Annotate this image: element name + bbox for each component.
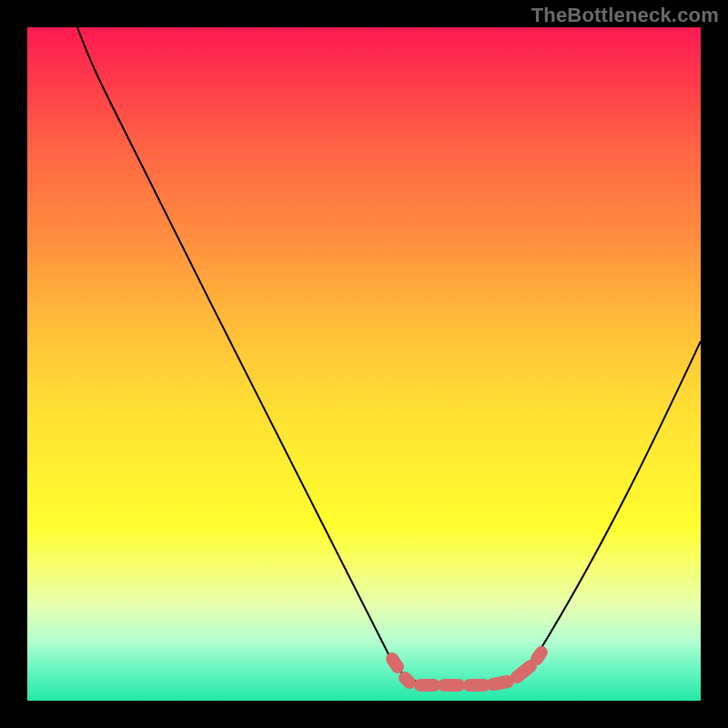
bottleneck-curve [77,27,701,685]
highlight-seg-5 [493,682,508,684]
chart-frame: TheBottleneck.com [0,0,728,728]
highlight-seg-1 [405,678,410,682]
highlight-group [392,652,541,685]
highlight-seg-6 [517,666,531,677]
watermark-text: TheBottleneck.com [531,4,719,27]
plot-area [27,27,701,701]
highlight-seg-7 [537,652,541,659]
highlight-seg-0 [392,659,398,667]
chart-svg [27,27,701,701]
